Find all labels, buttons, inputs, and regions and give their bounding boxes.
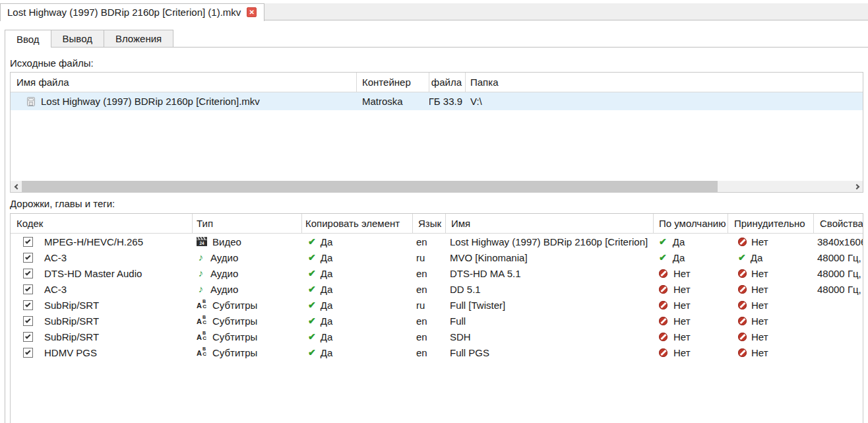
forced-cell: ✔ Да — [728, 249, 814, 265]
col-default[interactable]: По умолчанию — [654, 214, 728, 233]
file-size-cell: 33.9 ГБ — [429, 92, 466, 110]
subtitles-icon-b: B — [202, 331, 206, 335]
track-enabled-checkbox[interactable] — [23, 348, 33, 358]
file-tab[interactable]: Lost Highway (1997) BDRip 2160p [Criteri… — [0, 3, 264, 21]
container-cell: Matroska — [357, 92, 429, 110]
checkmark-icon — [25, 254, 30, 259]
track-enabled-checkbox[interactable] — [23, 300, 33, 310]
default-cell: Нет — [654, 313, 728, 329]
col-container[interactable]: Контейнер — [357, 73, 429, 92]
track-row[interactable]: AC-3 24 ♪ A B C Аудио ✔ Да ru MVO [Kinom… — [11, 249, 863, 265]
type-cell: 24 ♪ A B C Аудио — [193, 265, 302, 281]
subtitles-icon-a: A — [197, 350, 202, 357]
codec-cell: HDMV PGS — [11, 344, 193, 360]
yes-check-icon: ✔ — [308, 348, 316, 357]
track-name-cell: MVO [Kinomania] — [446, 249, 654, 265]
file-tab-title: Lost Highway (1997) BDRip 2160p [Criteri… — [7, 7, 241, 18]
default-text: Нет — [673, 300, 691, 311]
track-enabled-checkbox[interactable] — [23, 332, 33, 342]
type-text: Аудио — [210, 252, 238, 263]
codec-text: DTS-HD Master Audio — [44, 268, 142, 279]
subtitles-icon-b: B — [202, 315, 206, 319]
no-sign-icon — [659, 348, 667, 357]
subtitles-icon-a: A — [197, 334, 202, 341]
default-cell: ✔ Да — [654, 234, 728, 249]
scrollbar-track[interactable] — [22, 181, 852, 192]
track-row[interactable]: DTS-HD Master Audio 24 ♪ A B C Аудио ✔ Д… — [11, 265, 863, 281]
horizontal-scrollbar[interactable] — [11, 181, 863, 192]
checkmark-icon — [25, 317, 30, 323]
track-row[interactable]: SubRip/SRT 24 ♪ A B C Субтитры ✔ Да ru F… — [11, 297, 863, 313]
track-row[interactable]: SubRip/SRT 24 ♪ A B C Субтитры ✔ Да en S… — [11, 329, 863, 344]
track-row[interactable]: MPEG-H/HEVC/H.265 24 ♪ A B C Видео ✔ Да … — [11, 234, 863, 249]
yes-check-icon: ✔ — [308, 284, 316, 294]
close-tab-icon[interactable]: ✕ — [247, 7, 257, 17]
svg-text:24: 24 — [199, 241, 204, 245]
track-enabled-checkbox[interactable] — [23, 269, 33, 278]
track-enabled-checkbox[interactable] — [23, 237, 33, 247]
col-type[interactable]: Тип — [193, 214, 302, 233]
track-enabled-checkbox[interactable] — [23, 284, 33, 294]
language-cell: en — [413, 234, 446, 249]
track-row[interactable]: HDMV PGS 24 ♪ A B C Субтитры ✔ Да en Ful… — [11, 344, 863, 360]
col-folder[interactable]: Папка — [466, 73, 863, 92]
track-enabled-checkbox[interactable] — [23, 253, 33, 263]
col-forced[interactable]: Принудительно — [728, 214, 814, 233]
codec-text: SubRip/SRT — [44, 331, 99, 342]
checkmark-icon — [25, 302, 30, 307]
properties-cell: 48000 Гц, 6 — [814, 265, 863, 281]
col-file-size[interactable]: Размер файла — [429, 73, 466, 92]
track-name-cell: DTS-HD MA 5.1 — [446, 265, 654, 281]
type-cell: 24 ♪ A B C Субтитры — [193, 297, 302, 313]
document-tabbar: Lost Highway (1997) BDRip 2160p [Criteri… — [0, 3, 868, 20]
type-text: Аудио — [210, 268, 238, 279]
copy-item-text: Да — [321, 315, 333, 327]
forced-text: Нет — [751, 284, 768, 295]
tab-input[interactable]: Ввод — [5, 30, 51, 48]
copy-item-cell: ✔ Да — [302, 344, 413, 360]
codec-text: MPEG-H/HEVC/H.265 — [44, 236, 143, 247]
codec-cell: AC-3 — [11, 249, 193, 265]
no-sign-icon — [659, 285, 667, 294]
chevron-right-icon — [853, 183, 859, 189]
copy-item-text: Да — [321, 284, 333, 295]
forced-text: Нет — [751, 347, 768, 358]
no-sign-icon — [738, 238, 747, 246]
scroll-left-button[interactable] — [11, 181, 22, 192]
video-icon: 24 — [197, 237, 207, 246]
source-file-row[interactable]: Lost Highway (1997) BDRip 2160p [Criteri… — [11, 92, 863, 110]
subtitles-icon-a: A — [197, 318, 202, 325]
no-sign-icon — [659, 317, 667, 325]
language-cell: en — [413, 313, 446, 329]
copy-item-cell: ✔ Да — [302, 313, 413, 329]
track-row[interactable]: SubRip/SRT 24 ♪ A B C Субтитры ✔ Да en F… — [11, 313, 863, 329]
col-properties[interactable]: Свойства — [814, 214, 863, 233]
language-cell: en — [413, 281, 446, 297]
forced-text: Нет — [751, 300, 768, 311]
track-name-cell: Full PGS — [446, 344, 654, 360]
source-files-label: Исходные файлы: — [10, 57, 94, 69]
scroll-right-button[interactable] — [852, 181, 863, 192]
subtitles-icon-c: C — [202, 320, 206, 325]
col-file-name[interactable]: Имя файла — [11, 73, 357, 92]
properties-cell — [814, 329, 863, 344]
yes-check-icon: ✔ — [659, 253, 667, 262]
tab-attachments[interactable]: Вложения — [104, 30, 173, 47]
type-text: Видео — [212, 236, 241, 247]
track-row[interactable]: AC-3 24 ♪ A B C Аудио ✔ Да en DD 5.1 — [11, 281, 863, 297]
yes-check-icon: ✔ — [308, 237, 316, 246]
default-text: Нет — [673, 315, 691, 327]
track-enabled-checkbox[interactable] — [23, 316, 33, 326]
tab-output[interactable]: Вывод — [51, 30, 104, 47]
type-cell: 24 ♪ A B C Аудио — [193, 281, 302, 297]
subtitles-icon-c: C — [202, 336, 206, 341]
col-copy-item[interactable]: Копировать элемент — [302, 214, 413, 233]
forced-text: Нет — [751, 315, 768, 327]
default-text: Нет — [673, 331, 691, 342]
col-name[interactable]: Имя — [446, 214, 654, 233]
scrollbar-thumb[interactable] — [22, 181, 718, 192]
checkmark-icon — [25, 238, 30, 244]
col-codec[interactable]: Кодек — [11, 214, 193, 233]
col-language[interactable]: Язык — [413, 214, 446, 233]
type-text: Субтитры — [212, 347, 257, 358]
